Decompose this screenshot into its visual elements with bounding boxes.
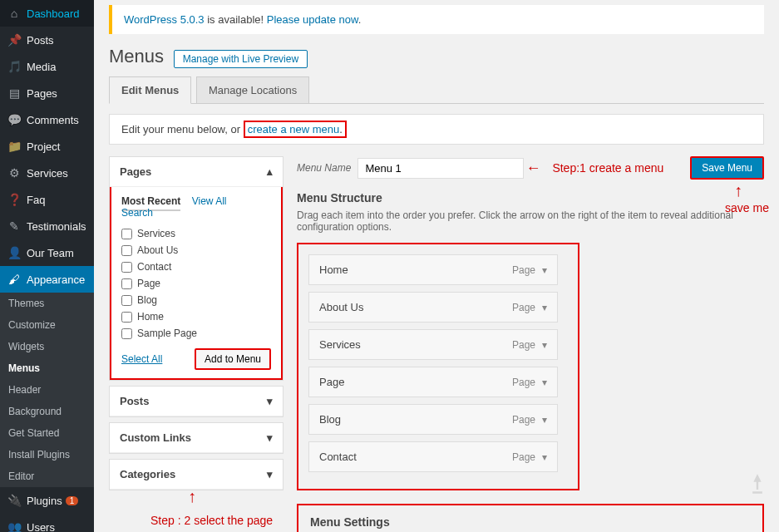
- sidebar-item-team[interactable]: 👤Our Team: [0, 239, 94, 266]
- sidebar-item-users[interactable]: 👥Users: [0, 514, 94, 532]
- sidebar-item-dashboard[interactable]: ⌂Dashboard: [0, 0, 94, 27]
- menu-item-title: About Us: [319, 301, 363, 313]
- sidebar-item-label: Project: [27, 140, 60, 153]
- posts-accordion: Posts▾: [109, 386, 283, 417]
- submenu-background[interactable]: Background: [0, 401, 94, 422]
- sidebar-item-pages[interactable]: ▤Pages: [0, 80, 94, 106]
- appearance-submenu: Themes Customize Widgets Menus Header Ba…: [0, 293, 94, 487]
- page-checkbox-blog[interactable]: [121, 295, 132, 306]
- submenu-customize[interactable]: Customize: [0, 314, 94, 336]
- page-label: About Us: [137, 244, 178, 256]
- tab-manage-locations[interactable]: Manage Locations: [196, 76, 309, 103]
- page-checkbox-sample[interactable]: [121, 328, 132, 339]
- sidebar-item-posts[interactable]: 📌Posts: [0, 27, 94, 53]
- menu-editor: Menu Name ← Step:1 create a menu Save Me…: [297, 156, 764, 532]
- custom-links-accordion: Custom Links▾: [109, 422, 283, 454]
- instruction-bar: Edit your menu below, or create a new me…: [109, 114, 764, 145]
- update-now-link[interactable]: Please update now: [267, 13, 358, 26]
- structure-help-text: Drag each item into the order you prefer…: [297, 209, 764, 233]
- page-label: Blog: [137, 294, 157, 306]
- menu-item[interactable]: PagePage▾: [308, 367, 558, 397]
- create-new-menu-link[interactable]: create a new menu: [248, 123, 340, 135]
- menu-item-title: Services: [319, 338, 361, 351]
- main-content: WordPress 5.0.3 is available! Please upd…: [94, 0, 779, 532]
- scroll-top-icon[interactable]: [746, 469, 769, 499]
- submenu-menus[interactable]: Menus: [0, 357, 94, 379]
- pages-accordion-header[interactable]: Pages ▴: [110, 157, 283, 187]
- sidebar-item-project[interactable]: 📁Project: [0, 133, 94, 160]
- page-checkbox-home[interactable]: [121, 312, 132, 323]
- services-icon: ⚙: [7, 165, 22, 180]
- arrow-icon: ↑: [188, 487, 196, 506]
- live-preview-button[interactable]: Manage with Live Preview: [174, 50, 308, 68]
- sidebar-item-label: Posts: [27, 34, 54, 47]
- sidebar-item-media[interactable]: 🎵Media: [0, 53, 94, 80]
- tab-edit-menus[interactable]: Edit Menus: [109, 76, 191, 104]
- page-label: Sample Page: [137, 328, 197, 339]
- menu-name-input[interactable]: [357, 158, 524, 179]
- menu-item-title: Blog: [319, 413, 341, 426]
- page-checkbox-about[interactable]: [121, 245, 132, 256]
- media-icon: 🎵: [7, 59, 22, 74]
- sidebar-item-plugins[interactable]: 🔌Plugins1: [0, 487, 94, 514]
- submenu-themes[interactable]: Themes: [0, 293, 94, 314]
- sidebar-item-appearance[interactable]: 🖌Appearance: [0, 266, 94, 293]
- menu-item[interactable]: About UsPage▾: [308, 292, 558, 323]
- menu-item[interactable]: ServicesPage▾: [308, 329, 558, 360]
- page-icon: ▤: [7, 86, 22, 101]
- custom-links-accordion-header[interactable]: Custom Links▾: [110, 423, 283, 453]
- accordion-title: Custom Links: [120, 431, 191, 444]
- sidebar-item-label: Media: [27, 61, 56, 73]
- admin-sidebar: ⌂Dashboard 📌Posts 🎵Media ▤Pages 💬Comment…: [0, 0, 94, 532]
- comment-icon: 💬: [7, 112, 22, 127]
- posts-accordion-header[interactable]: Posts▾: [110, 387, 283, 416]
- sidebar-item-label: Testimonials: [27, 220, 86, 233]
- categories-accordion: Categories▾: [109, 459, 283, 490]
- sidebar-item-testimonials[interactable]: ✎Testimonials: [0, 213, 94, 239]
- page-checkbox-contact[interactable]: [121, 262, 132, 273]
- sidebar-item-comments[interactable]: 💬Comments: [0, 106, 94, 133]
- sidebar-item-label: Our Team: [27, 247, 74, 259]
- chevron-down-icon: ▾: [542, 339, 547, 351]
- nav-tabs: Edit Menus Manage Locations: [109, 76, 764, 104]
- categories-accordion-header[interactable]: Categories▾: [110, 460, 283, 490]
- save-menu-button[interactable]: Save Menu: [690, 156, 764, 180]
- submenu-widgets[interactable]: Widgets: [0, 336, 94, 357]
- sidebar-item-label: Dashboard: [27, 7, 80, 20]
- page-checkbox-services[interactable]: [121, 229, 132, 239]
- menu-item[interactable]: ContactPage▾: [308, 441, 558, 472]
- tab-search[interactable]: Search: [121, 207, 153, 219]
- sidebar-item-services[interactable]: ⚙Services: [0, 160, 94, 186]
- page-label: Contact: [137, 261, 171, 273]
- sidebar-item-faq[interactable]: ❓Faq: [0, 186, 94, 213]
- accordion-title: Categories: [120, 468, 175, 480]
- chevron-down-icon: ▾: [267, 431, 273, 444]
- chevron-down-icon: ▾: [542, 302, 547, 313]
- chevron-down-icon: ▾: [267, 468, 273, 480]
- pin-icon: 📌: [7, 32, 22, 47]
- annotation-step2: Step : 2 select the page: [150, 514, 273, 527]
- menu-structure-heading: Menu Structure: [297, 191, 764, 204]
- add-to-menu-button[interactable]: Add to Menu: [195, 348, 271, 370]
- users-icon: 👥: [7, 520, 22, 532]
- menu-item-type: Page: [512, 302, 535, 313]
- accordion-title: Pages: [120, 165, 151, 178]
- submenu-install-plugins[interactable]: Install Plugins: [0, 444, 94, 466]
- submenu-header[interactable]: Header: [0, 379, 94, 401]
- submenu-editor[interactable]: Editor: [0, 466, 94, 487]
- tab-view-all[interactable]: View All: [192, 195, 227, 207]
- user-icon: 👤: [7, 245, 22, 260]
- notice-text: is available!: [205, 13, 267, 26]
- page-title: Menus: [109, 46, 164, 67]
- page-checkbox-page[interactable]: [121, 278, 132, 289]
- menu-settings-heading: Menu Settings: [310, 515, 751, 529]
- sidebar-item-label: Users: [27, 521, 55, 533]
- menu-item[interactable]: HomePage▾: [308, 254, 558, 285]
- chevron-down-icon: ▾: [542, 414, 547, 426]
- arrow-icon: ↑: [734, 181, 742, 200]
- select-all-link[interactable]: Select All: [121, 353, 162, 365]
- wp-version-link[interactable]: WordPress 5.0.3: [124, 13, 205, 26]
- menu-item[interactable]: BlogPage▾: [308, 404, 558, 435]
- submenu-get-started[interactable]: Get Started: [0, 422, 94, 444]
- brush-icon: 🖌: [7, 272, 22, 287]
